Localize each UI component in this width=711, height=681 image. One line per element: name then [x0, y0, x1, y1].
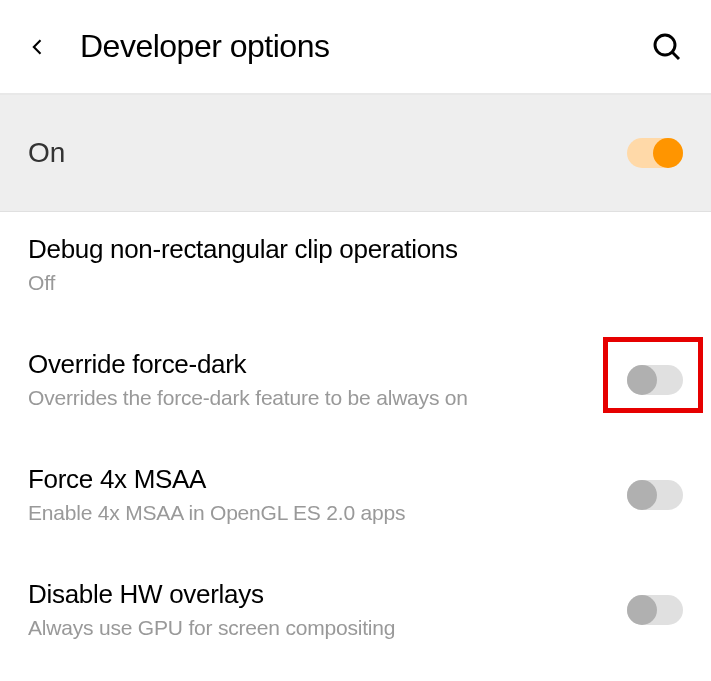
header-bar: Developer options — [0, 0, 711, 93]
setting-text: Debug non-rectangular clip operations Of… — [28, 234, 683, 295]
setting-title: Force 4x MSAA — [28, 464, 627, 495]
setting-subtitle: Overrides the force-dark feature to be a… — [28, 386, 627, 410]
toggle-knob — [627, 365, 657, 395]
master-toggle-switch[interactable] — [627, 138, 683, 168]
settings-list: Debug non-rectangular clip operations Of… — [0, 212, 711, 662]
page-title: Developer options — [80, 28, 651, 65]
setting-debug-clip[interactable]: Debug non-rectangular clip operations Of… — [0, 212, 711, 317]
back-icon[interactable] — [28, 37, 48, 57]
master-toggle-row[interactable]: On — [0, 95, 711, 212]
setting-subtitle: Off — [28, 271, 683, 295]
toggle-knob — [653, 138, 683, 168]
setting-title: Disable HW overlays — [28, 579, 627, 610]
setting-disable-hw-overlays[interactable]: Disable HW overlays Always use GPU for s… — [0, 547, 711, 662]
setting-title: Debug non-rectangular clip operations — [28, 234, 683, 265]
disable-hw-overlays-toggle[interactable] — [627, 595, 683, 625]
setting-override-force-dark[interactable]: Override force-dark Overrides the force-… — [0, 317, 711, 432]
setting-force-4x-msaa[interactable]: Force 4x MSAA Enable 4x MSAA in OpenGL E… — [0, 432, 711, 547]
svg-line-1 — [672, 52, 679, 59]
toggle-knob — [627, 480, 657, 510]
setting-subtitle: Always use GPU for screen compositing — [28, 616, 627, 640]
search-icon[interactable] — [651, 31, 683, 63]
setting-text: Force 4x MSAA Enable 4x MSAA in OpenGL E… — [28, 464, 627, 525]
svg-point-0 — [655, 35, 675, 55]
setting-subtitle: Enable 4x MSAA in OpenGL ES 2.0 apps — [28, 501, 627, 525]
toggle-knob — [627, 595, 657, 625]
setting-text: Disable HW overlays Always use GPU for s… — [28, 579, 627, 640]
setting-text: Override force-dark Overrides the force-… — [28, 349, 627, 410]
force-4x-msaa-toggle[interactable] — [627, 480, 683, 510]
setting-title: Override force-dark — [28, 349, 627, 380]
master-toggle-label: On — [28, 137, 627, 169]
override-force-dark-toggle[interactable] — [627, 365, 683, 395]
